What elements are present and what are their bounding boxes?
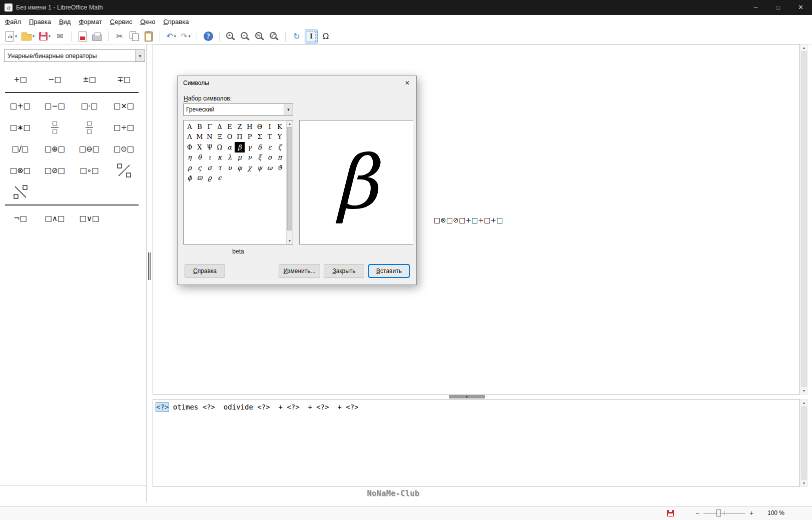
insert-button[interactable]: Вставить xyxy=(369,264,409,278)
scroll-up-icon[interactable]: ▲ xyxy=(801,44,807,51)
vertical-splitter[interactable] xyxy=(147,44,153,502)
close-button[interactable]: ✕ xyxy=(789,0,812,15)
selected-placeholder-token[interactable]: <?> xyxy=(156,403,169,411)
symbol-set-dropdown[interactable]: Греческий ▾ xyxy=(183,104,293,116)
element-circled-times[interactable]: □⊗□ xyxy=(3,160,38,180)
symbol-cell[interactable]: ε xyxy=(265,142,275,152)
help-button[interactable]: Справка xyxy=(185,264,225,278)
splitter-handle[interactable]: ▼ xyxy=(449,395,485,398)
symbol-cell[interactable]: Ε xyxy=(225,122,235,132)
symbol-cell[interactable]: ϖ xyxy=(195,173,205,184)
element-star-product[interactable]: □∗□ xyxy=(3,117,38,138)
symbol-cell[interactable]: η xyxy=(185,152,195,163)
send-email-button[interactable]: ✉ xyxy=(54,30,67,44)
element-minus-plus[interactable]: ∓□ xyxy=(107,69,141,90)
save-dropdown-arrow[interactable]: ▾ xyxy=(49,34,51,38)
element-subtraction[interactable]: □−□ xyxy=(38,96,72,116)
symbol-cell[interactable]: Ξ xyxy=(215,132,225,142)
edit-button[interactable]: Изменить... xyxy=(279,264,320,278)
element-plus-minus[interactable]: ±□ xyxy=(72,69,107,90)
zoom-slider-thumb[interactable] xyxy=(716,509,721,517)
element-unary-minus[interactable]: −□ xyxy=(38,69,72,90)
zoom-out-button[interactable]: − xyxy=(239,30,252,44)
symbol-cell[interactable]: ζ xyxy=(275,142,285,152)
close-dialog-button[interactable]: Закрыть xyxy=(324,264,364,278)
formula-cursor-button[interactable]: I xyxy=(305,30,318,44)
symbol-cell[interactable]: Γ xyxy=(205,122,215,132)
element-widebslash[interactable] xyxy=(3,182,38,202)
symbol-grid-scrollbar[interactable]: ▲ ▼ xyxy=(286,120,293,244)
symbol-cell[interactable]: σ xyxy=(205,162,215,173)
document-scrollbar[interactable]: ▲ ▼ xyxy=(800,44,807,394)
symbol-cell[interactable]: Χ xyxy=(195,142,205,152)
symbol-cell[interactable]: Ι xyxy=(265,122,275,132)
chevron-down-icon[interactable]: ▾ xyxy=(135,50,145,62)
menu-view[interactable]: Вид xyxy=(55,16,75,28)
dialog-title-bar[interactable]: Символы ✕ xyxy=(178,76,416,90)
symbol-cell[interactable]: Κ xyxy=(275,122,285,132)
category-dropdown[interactable]: Унарные/бинарные операторы ▾ xyxy=(4,50,145,62)
symbol-cell[interactable]: κ xyxy=(215,152,225,163)
symbol-cell[interactable]: Η xyxy=(245,122,255,132)
symbol-cell[interactable]: Ρ xyxy=(245,132,255,142)
open-dropdown-arrow[interactable]: ▾ xyxy=(33,34,35,38)
command-editor-scrollbar[interactable]: ▲ ▼ xyxy=(800,399,807,487)
element-boolean-or[interactable]: □∨□ xyxy=(72,208,107,228)
symbol-cell[interactable]: δ xyxy=(255,142,265,152)
save-button[interactable]: ▾ xyxy=(38,30,52,44)
symbol-cell[interactable]: Σ xyxy=(255,132,265,142)
element-division-slash[interactable]: □/□ xyxy=(3,138,38,159)
element-addition[interactable]: □+□ xyxy=(3,96,38,116)
element-fraction[interactable]: □□ xyxy=(72,117,107,138)
symbol-cell[interactable]: ϑ xyxy=(275,162,285,173)
symbol-cell[interactable]: ι xyxy=(205,152,215,163)
symbol-cell[interactable]: ρ xyxy=(185,162,195,173)
symbol-cell[interactable]: υ xyxy=(225,162,235,173)
element-circled-dot[interactable]: □⊙□ xyxy=(107,138,141,159)
element-circled-plus[interactable]: □⊕□ xyxy=(38,138,72,159)
horizontal-splitter[interactable]: ▼ xyxy=(153,394,808,399)
menu-window[interactable]: Окно xyxy=(136,16,159,28)
zoom-100-button[interactable]: % xyxy=(253,30,266,44)
symbol-cell[interactable]: Τ xyxy=(265,132,275,142)
symbol-cell[interactable]: ο xyxy=(265,152,275,163)
cut-button[interactable]: ✂ xyxy=(113,30,126,44)
redo-dropdown-arrow[interactable]: ▾ xyxy=(189,34,191,38)
menu-tools[interactable]: Сервис xyxy=(106,16,137,28)
symbol-cell[interactable]: χ xyxy=(245,162,255,173)
symbol-cell[interactable]: λ xyxy=(225,152,235,163)
scroll-down-icon[interactable]: ▼ xyxy=(287,238,293,244)
element-division[interactable]: □÷□ xyxy=(107,117,141,138)
symbol-cell[interactable]: ω xyxy=(265,162,275,173)
redo-button[interactable]: ↷▾ xyxy=(179,30,192,44)
symbol-cell[interactable]: ϵ xyxy=(215,173,225,184)
chevron-down-icon[interactable]: ▾ xyxy=(284,104,293,115)
export-pdf-button[interactable] xyxy=(76,30,89,44)
element-circled-minus[interactable]: □⊖□ xyxy=(72,138,107,159)
zoom-slider-track[interactable] xyxy=(703,513,745,514)
symbol-cell[interactable]: π xyxy=(275,152,285,163)
symbol-cell[interactable]: Π xyxy=(235,132,245,142)
scrollbar-thumb[interactable] xyxy=(801,52,806,386)
print-button[interactable] xyxy=(91,30,104,44)
help-button[interactable]: ? xyxy=(202,30,215,44)
symbol-cell[interactable]: Β xyxy=(195,122,205,132)
symbol-cell[interactable]: Μ xyxy=(195,132,205,142)
symbol-cell[interactable]: ψ xyxy=(255,162,265,173)
element-unary-plus[interactable]: +□ xyxy=(3,69,38,90)
scrollbar-thumb[interactable] xyxy=(801,406,806,480)
element-dot-product[interactable]: □⋅□ xyxy=(72,96,107,116)
element-concatenation[interactable]: □∘□ xyxy=(72,160,107,180)
zoom-in-button[interactable]: + xyxy=(224,30,237,44)
symbol-cell[interactable]: ϕ xyxy=(185,173,195,184)
symbol-cell[interactable]: Ο xyxy=(225,132,235,142)
element-boolean-not[interactable]: ¬□ xyxy=(3,208,38,228)
symbol-cell[interactable]: θ xyxy=(195,152,205,163)
symbol-cell[interactable]: α xyxy=(225,142,235,152)
symbol-cell[interactable]: Φ xyxy=(185,142,195,152)
symbol-cell[interactable]: γ xyxy=(245,142,255,152)
new-formula-button[interactable]: √x▾ xyxy=(4,30,19,44)
element-wideslash[interactable] xyxy=(107,160,141,180)
symbols-catalog-button[interactable]: Ω xyxy=(319,30,332,44)
symbol-cell[interactable]: ν xyxy=(245,152,255,163)
